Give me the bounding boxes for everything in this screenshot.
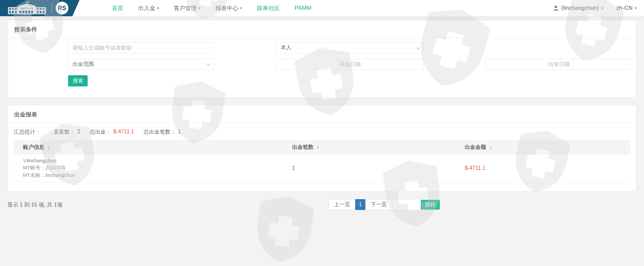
end-date-input[interactable] (486, 59, 632, 70)
total-withdrawal-stat: 总出金： $-4711.1 (90, 129, 134, 136)
total-withdrawal-amount: $-4711.1 (113, 129, 134, 136)
next-page-button[interactable]: 下一页 (365, 199, 392, 210)
header-account-info[interactable]: 账户信息 ▴▾ (14, 141, 289, 154)
nav-item-copy-trading-community[interactable]: 跟单社区 (257, 4, 280, 12)
withdrawal-amount-cell: $-4711.1 (462, 154, 630, 182)
navbar-right: (linchangchun) ▾ zh-CN ▾ (553, 0, 644, 16)
page-1-button[interactable]: 1 (355, 199, 366, 210)
owner-select[interactable]: 本人 (276, 42, 424, 53)
owner-select-value: 本人 (281, 44, 292, 51)
nav-item-label: 首页 (112, 4, 123, 12)
report-panel-title: 出金报表 (8, 105, 636, 123)
sort-icon: ▴▾ (490, 145, 491, 150)
results-summary: 显示 1 到 15 项, 共 1项 (7, 202, 644, 209)
summary-statistics: 汇总统计： 直客数： 2 总出金： $-4711.1 总出金笔数： 1 (14, 129, 630, 136)
brand-logo[interactable]: RAFFLES MARKET RS (0, 0, 80, 16)
nav-item-deposit-withdrawal[interactable]: 出入金 ▾ (138, 4, 159, 12)
svg-text:RAFFLES: RAFFLES (20, 7, 34, 10)
search-button[interactable]: 搜索 (68, 75, 88, 86)
nav-item-label: PAMM (295, 5, 311, 11)
withdrawal-report-panel: 出金报表 汇总统计： 直客数： 2 总出金： $-4711.1 总出金笔数： 1 (8, 105, 636, 191)
page: RAFFLES MARKET RS 首页 出入金 ▾ 客户管理 ▾ 报表中心 ▾ (0, 0, 644, 266)
sort-icon: ▴▾ (317, 145, 319, 150)
mt-name-line: MT名称：linchangchun (23, 172, 287, 179)
user-icon (553, 5, 558, 11)
chevron-down-icon (417, 45, 420, 49)
chevron-down-icon: ▾ (635, 6, 637, 10)
summary-label: 汇总统计： (14, 129, 41, 136)
withdrawal-count-cell: 1 (289, 154, 462, 182)
header-withdrawal-count[interactable]: 出金笔数 ▴▾ (289, 141, 462, 154)
jump-button[interactable]: 跳转 (421, 200, 440, 210)
table-header-row: 账户信息 ▴▾ 出金笔数 ▴▾ 出金金额 ▴▾ (14, 141, 630, 154)
range-select-value: 出金范围 (72, 61, 94, 68)
mt-account-line: MT账号：2107274 (23, 165, 287, 171)
search-conditions-panel: 搜索条件 本人 出金范围 搜索 (8, 20, 636, 98)
nav-item-label: 报表中心 (215, 4, 238, 12)
header-withdrawal-amount[interactable]: 出金金额 ▴▾ (462, 141, 630, 154)
page-heading-strip (0, 17, 644, 20)
svg-text:MARKET: MARKET (22, 14, 32, 15)
jump-page-input[interactable] (392, 199, 420, 210)
palace-logo-image: RAFFLES MARKET (5, 1, 49, 15)
table-row: Vlinchangchun MT账号：2107274 MT名称：linchang… (14, 154, 630, 182)
sort-icon: ▴▾ (48, 145, 50, 150)
withdrawal-range-select[interactable]: 出金范围 (68, 59, 214, 70)
account-or-email-input[interactable] (68, 42, 214, 53)
top-navbar: RAFFLES MARKET RS 首页 出入金 ▾ 客户管理 ▾ 报表中心 ▾ (0, 0, 644, 17)
account-name-line: Vlinchangchun (23, 158, 287, 163)
main-nav: 首页 出入金 ▾ 客户管理 ▾ 报表中心 ▾ 跟单社区 PAMM (112, 0, 311, 16)
locale-label: zh-CN (616, 5, 633, 11)
prev-page-button[interactable]: 上一页 (329, 199, 356, 210)
chevron-down-icon (207, 62, 211, 65)
language-selector[interactable]: zh-CN ▾ (616, 5, 637, 11)
search-panel-title: 搜索条件 (8, 20, 636, 38)
nav-item-report-center[interactable]: 报表中心 ▾ (215, 4, 242, 12)
user-menu[interactable]: (linchangchun) ▾ (553, 5, 604, 11)
direct-clients-stat: 直客数： 2 (54, 129, 80, 136)
chevron-down-icon: ▾ (602, 6, 604, 10)
nav-item-home[interactable]: 首页 (112, 4, 123, 12)
nav-item-pamm[interactable]: PAMM (295, 5, 311, 11)
nav-item-label: 客户管理 (174, 4, 197, 12)
vip-v-icon: V (23, 158, 26, 163)
user-name: (linchangchun) (561, 5, 599, 11)
chevron-down-icon: ▾ (157, 6, 159, 10)
total-count-stat: 总出金笔数： 1 (144, 129, 181, 136)
start-date-input[interactable] (276, 59, 424, 70)
nav-item-customer-management[interactable]: 客户管理 ▾ (174, 4, 201, 12)
account-info-cell: Vlinchangchun MT账号：2107274 MT名称：linchang… (14, 154, 289, 182)
nav-item-label: 跟单社区 (257, 4, 280, 12)
pagination: 上一页 1 下一页 跳转 (329, 199, 440, 210)
withdrawal-report-table: 账户信息 ▴▾ 出金笔数 ▴▾ 出金金额 ▴▾ (14, 140, 630, 182)
nav-item-label: 出入金 (138, 4, 155, 12)
chevron-down-icon: ▾ (240, 6, 242, 10)
brand-divider (52, 3, 52, 13)
brand-badge-rs: RS (56, 2, 68, 15)
chevron-down-icon: ▾ (198, 6, 201, 10)
